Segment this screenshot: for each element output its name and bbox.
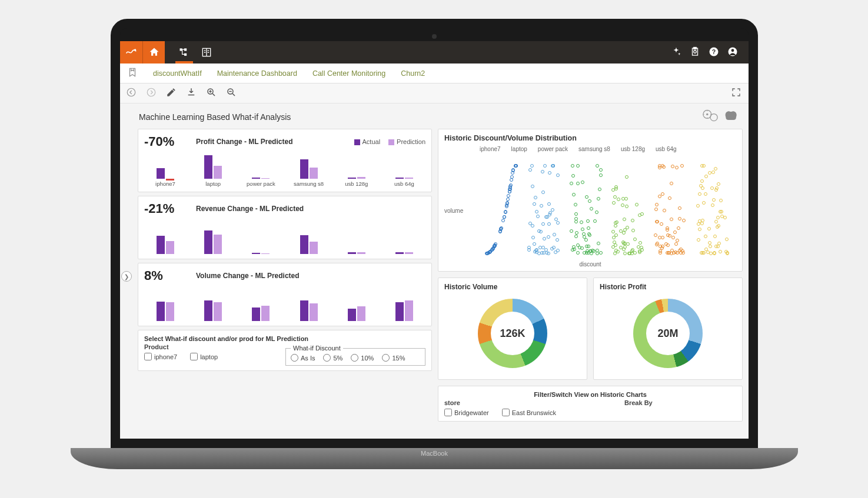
top-nav: ? — [120, 41, 749, 63]
svg-text:?: ? — [712, 48, 716, 55]
profit-change-chart[interactable]: iphone7laptoppower packsamsung s8usb 128… — [144, 153, 425, 187]
whatif-select-card: Select What-if discount and/or prod for … — [138, 330, 432, 371]
svg-point-12 — [127, 88, 135, 96]
nav-forward-icon[interactable] — [146, 87, 157, 99]
fullscreen-icon[interactable] — [731, 87, 741, 99]
svg-rect-3 — [184, 54, 187, 56]
whatif-discount-label: What-if Discount — [291, 345, 343, 352]
discount-option[interactable]: 15% — [382, 354, 405, 362]
chart-legend: Actual Prediction — [354, 138, 426, 145]
volume-kpi-title: Volume Change - ML Predicted — [196, 272, 300, 280]
tab-call-center-monitoring[interactable]: Call Center Monitoring — [312, 69, 385, 78]
svg-rect-6 — [694, 47, 697, 49]
svg-point-13 — [147, 88, 155, 96]
nav-back-icon[interactable] — [126, 87, 137, 99]
svg-point-0 — [135, 49, 136, 51]
store-label: store — [444, 399, 601, 406]
revenue-kpi-title: Revenue Change - ML Predicted — [196, 205, 304, 213]
historic-volume-title: Historic Volume — [444, 283, 581, 292]
volume-change-chart[interactable] — [144, 287, 425, 321]
store-options: BridgewaterEast Brunswick — [444, 409, 601, 416]
tab-churn2[interactable]: Churn2 — [401, 69, 425, 78]
insight-gear-icon[interactable] — [703, 109, 718, 124]
volume-kpi-value: 8% — [144, 268, 185, 283]
nav-library-button[interactable] — [195, 41, 218, 63]
revenue-change-card: -21% Revenue Change - ML Predicted — [138, 196, 432, 259]
discount-option[interactable]: 10% — [351, 354, 374, 362]
product-options: iphone7laptop — [144, 353, 274, 360]
nav-tree-button[interactable] — [173, 41, 195, 63]
historic-filter-card: Filter/Switch View on Historic Charts st… — [438, 386, 743, 422]
svg-rect-2 — [184, 48, 187, 51]
account-icon[interactable] — [727, 46, 738, 59]
revenue-kpi-value: -21% — [144, 201, 185, 216]
svg-point-7 — [694, 50, 697, 53]
scatter-card: Historic Discount/Volume Distribution ip… — [438, 129, 743, 272]
brand-logo[interactable] — [120, 41, 142, 63]
product-option-laptop[interactable]: laptop — [190, 353, 218, 360]
camera-dot — [432, 34, 437, 39]
page-title: Machine Learning Based What-if Analysis — [139, 112, 291, 122]
tab-maintenance-dashboard[interactable]: Maintenance Dashboard — [217, 69, 297, 78]
svg-point-19 — [710, 114, 717, 121]
scatter-ylabel: volume — [444, 208, 463, 214]
zoom-out-icon[interactable] — [226, 87, 237, 99]
dashboard-toolbar — [120, 83, 749, 103]
download-icon[interactable] — [186, 87, 197, 99]
home-button[interactable] — [142, 41, 165, 63]
sparkle-icon[interactable] — [671, 46, 681, 59]
historic-profit-card: Historic Profit 20M — [593, 278, 743, 380]
scatter-xlabel: discount — [579, 261, 601, 268]
historic-volume-card: Historic Volume 126K — [438, 278, 587, 380]
product-option-iphone7[interactable]: iphone7 — [144, 353, 177, 360]
zoom-in-icon[interactable] — [206, 87, 217, 99]
clipboard-icon[interactable] — [690, 46, 700, 59]
whatif-discount-fieldset: What-if Discount As Is5%10%15% — [285, 345, 425, 366]
store-option[interactable]: Bridgewater — [444, 409, 489, 416]
help-icon[interactable]: ? — [709, 46, 719, 59]
breakby-label: Break By — [624, 399, 736, 406]
tab-discountwhatif[interactable]: discountWhatIf — [153, 69, 202, 78]
svg-point-18 — [706, 113, 708, 115]
svg-point-11 — [731, 49, 734, 52]
dashboard-content: ❯ Machine Learning Based What-if Analysi… — [120, 103, 749, 439]
profit-change-card: -70% Profit Change - ML Predicted Actual… — [138, 129, 432, 192]
laptop-base: MacBook — [71, 448, 798, 469]
bookmark-icon[interactable] — [127, 67, 138, 79]
volume-change-card: 8% Volume Change - ML Predicted — [138, 263, 432, 326]
brain-icon[interactable] — [724, 109, 739, 124]
edit-icon[interactable] — [166, 87, 177, 99]
scatter-legend: iphone7laptoppower packsamsung s8usb 128… — [444, 145, 736, 155]
historic-filter-title: Filter/Switch View on Historic Charts — [444, 391, 736, 398]
historic-profit-title: Historic Profit — [600, 283, 736, 292]
revenue-change-chart[interactable] — [144, 220, 425, 254]
historic-volume-value: 126K — [444, 292, 581, 375]
discount-option[interactable]: 5% — [323, 354, 342, 362]
profit-kpi-value: -70% — [144, 134, 185, 149]
svg-rect-1 — [180, 48, 182, 51]
svg-rect-14 — [188, 95, 195, 96]
whatif-select-title: Select What-if discount and/or prod for … — [144, 335, 425, 342]
dashboard-tabs-bar: discountWhatIf Maintenance Dashboard Cal… — [120, 63, 749, 83]
product-label: Product — [144, 343, 274, 350]
discount-option[interactable]: As Is — [291, 354, 315, 362]
scatter-title: Historic Discount/Volume Distribution — [444, 134, 736, 145]
profit-kpi-title: Profit Change - ML Predicted — [196, 138, 292, 146]
historic-profit-value: 20M — [600, 292, 736, 375]
expand-panel-handle[interactable]: ❯ — [121, 271, 132, 282]
store-option[interactable]: East Brunswick — [502, 409, 556, 416]
scatter-plot[interactable] — [480, 168, 733, 257]
